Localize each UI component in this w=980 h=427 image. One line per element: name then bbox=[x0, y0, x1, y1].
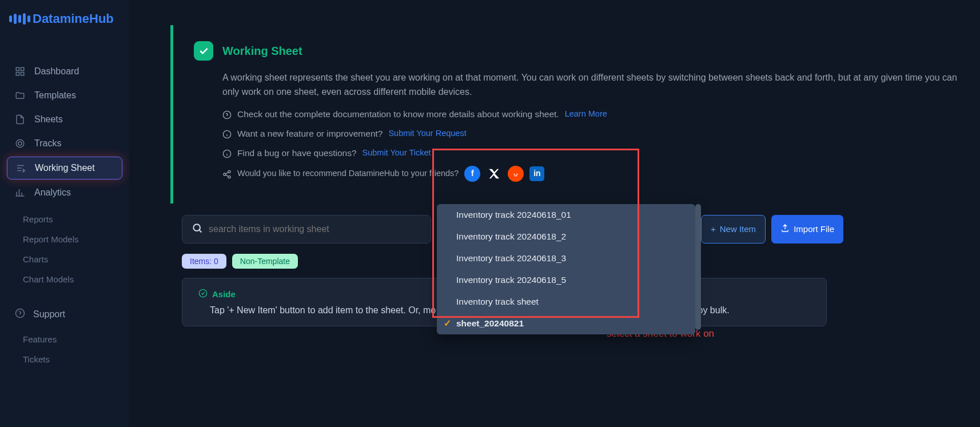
check-circle-icon bbox=[198, 289, 208, 300]
sidebar: DatamineHub Dashboard Templates Sheets T… bbox=[0, 0, 129, 427]
dropdown-option[interactable]: Inventory track sheet bbox=[437, 291, 695, 313]
sidebar-sub-features[interactable]: Features bbox=[7, 329, 122, 349]
sidebar-item-label: Templates bbox=[34, 90, 76, 101]
question-icon bbox=[222, 110, 232, 119]
playlist-icon bbox=[15, 163, 27, 173]
sidebar-item-label: Working Sheet bbox=[35, 163, 95, 173]
dropdown-option[interactable]: Inventory track 20240618_5 bbox=[437, 269, 695, 291]
info-icon bbox=[222, 129, 232, 138]
info-recommend-text: Would you like to recommend DatamineHub … bbox=[237, 167, 459, 179]
bar-chart-icon bbox=[15, 187, 26, 198]
brand-name: DatamineHub bbox=[33, 11, 114, 26]
info-icon bbox=[222, 149, 232, 158]
svg-point-10 bbox=[228, 170, 230, 173]
svg-rect-2 bbox=[16, 73, 19, 75]
info-card: Working Sheet A working sheet represents… bbox=[170, 25, 980, 203]
dropdown-option[interactable]: Inventory track 20240618_3 bbox=[437, 248, 695, 269]
info-description: A working sheet represents the sheet you… bbox=[222, 71, 957, 99]
dashboard-icon bbox=[15, 66, 26, 77]
check-icon bbox=[194, 41, 213, 61]
app-logo[interactable]: DatamineHub bbox=[7, 11, 122, 26]
sidebar-item-label: Sheets bbox=[34, 114, 63, 125]
share-icon bbox=[222, 169, 232, 178]
sidebar-item-label: Support bbox=[33, 309, 65, 320]
sidebar-sub-chart-models[interactable]: Chart Models bbox=[7, 269, 122, 289]
nontemplate-badge: Non-Template bbox=[232, 254, 298, 269]
reddit-icon[interactable] bbox=[508, 166, 524, 182]
sidebar-item-templates[interactable]: Templates bbox=[7, 85, 122, 106]
submit-ticket-link[interactable]: Submit Your Ticket bbox=[362, 146, 431, 159]
svg-point-11 bbox=[224, 173, 226, 175]
sidebar-item-label: Tracks bbox=[34, 138, 61, 149]
search-input[interactable] bbox=[209, 224, 421, 234]
info-bug-text: Find a bug or have questions? bbox=[237, 146, 357, 160]
svg-rect-3 bbox=[21, 73, 24, 75]
svg-point-7 bbox=[223, 111, 230, 118]
plus-icon: + bbox=[711, 224, 716, 234]
learn-more-link[interactable]: Learn More bbox=[565, 107, 607, 120]
aside-title: Aside bbox=[212, 289, 236, 299]
svg-point-12 bbox=[228, 175, 230, 178]
sidebar-sub-report-models[interactable]: Report Models bbox=[7, 229, 122, 249]
sidebar-item-label: Analytics bbox=[34, 187, 71, 198]
search-box[interactable] bbox=[182, 215, 431, 244]
logo-icon bbox=[9, 13, 30, 25]
info-doc-text: Check out the complete documentation to … bbox=[237, 107, 559, 121]
info-title: Working Sheet bbox=[222, 45, 302, 58]
dropdown-option[interactable]: Inventory track 20240618_01 bbox=[437, 204, 695, 226]
sheet-dropdown: Inventory track 20240618_01 Inventory tr… bbox=[437, 204, 695, 334]
dropdown-scrollbar[interactable] bbox=[695, 204, 701, 330]
import-file-button[interactable]: Import File bbox=[771, 215, 843, 244]
search-icon bbox=[192, 222, 203, 236]
dropdown-option[interactable]: Inventory track 20240618_2 bbox=[437, 226, 695, 248]
upload-icon bbox=[780, 224, 790, 234]
svg-rect-1 bbox=[21, 67, 24, 70]
x-icon[interactable] bbox=[486, 166, 502, 182]
items-badge: Items: 0 bbox=[182, 254, 226, 269]
sidebar-item-support[interactable]: Support bbox=[7, 303, 122, 326]
sidebar-sub-tickets[interactable]: Tickets bbox=[7, 349, 122, 369]
svg-point-14 bbox=[517, 173, 518, 174]
svg-rect-0 bbox=[16, 67, 19, 70]
help-icon bbox=[15, 308, 26, 321]
sidebar-item-sheets[interactable]: Sheets bbox=[7, 109, 122, 130]
target-icon bbox=[15, 138, 26, 149]
sidebar-item-tracks[interactable]: Tracks bbox=[7, 133, 122, 154]
main-content: Working Sheet A working sheet represents… bbox=[129, 0, 980, 427]
info-feature-text: Want a new feature or improvement? bbox=[237, 127, 383, 141]
svg-point-5 bbox=[18, 142, 22, 145]
svg-point-13 bbox=[514, 173, 515, 174]
sidebar-item-analytics[interactable]: Analytics bbox=[7, 182, 122, 203]
sidebar-item-label: Dashboard bbox=[34, 66, 79, 77]
linkedin-icon[interactable]: in bbox=[529, 166, 544, 181]
facebook-icon[interactable]: f bbox=[464, 166, 480, 182]
import-file-label: Import File bbox=[794, 224, 834, 234]
file-icon bbox=[15, 114, 26, 125]
sidebar-item-dashboard[interactable]: Dashboard bbox=[7, 61, 122, 82]
svg-point-15 bbox=[193, 224, 200, 231]
sidebar-sub-charts[interactable]: Charts bbox=[7, 249, 122, 269]
svg-point-16 bbox=[199, 289, 206, 297]
new-item-label: New Item bbox=[720, 224, 756, 234]
sidebar-item-working-sheet[interactable]: Working Sheet bbox=[7, 157, 122, 179]
svg-point-4 bbox=[16, 139, 24, 147]
dropdown-option-selected[interactable]: sheet_20240821 bbox=[437, 313, 695, 334]
submit-request-link[interactable]: Submit Your Request bbox=[388, 127, 466, 139]
new-item-button[interactable]: + New Item bbox=[701, 215, 766, 244]
sidebar-sub-reports[interactable]: Reports bbox=[7, 209, 122, 229]
folder-icon bbox=[15, 90, 26, 101]
